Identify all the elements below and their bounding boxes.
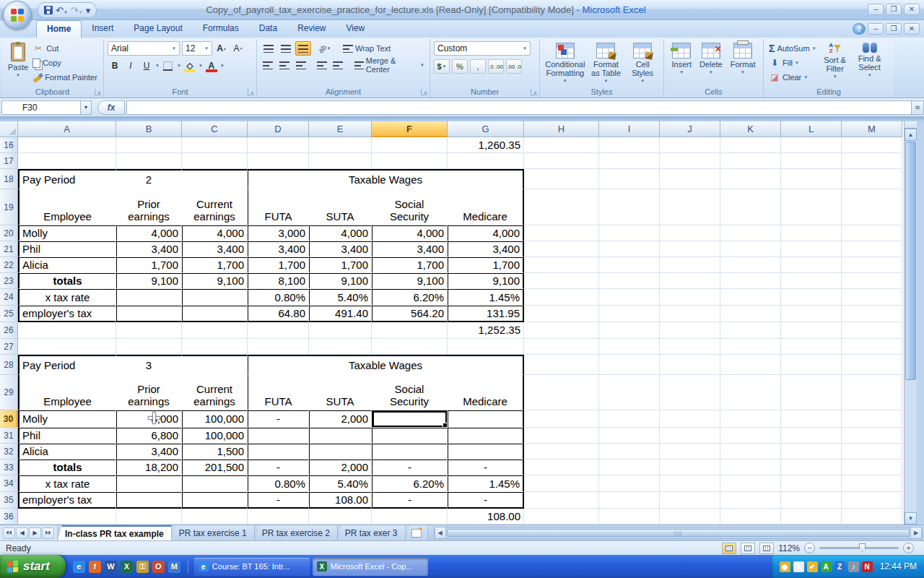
zoom-level-label[interactable]: 112%	[778, 543, 800, 553]
column-header-D[interactable]: D	[248, 121, 309, 137]
cell-M17[interactable]	[842, 153, 902, 169]
cell-F21[interactable]: 3,400	[372, 241, 448, 257]
cell-E23[interactable]: 9,100	[309, 273, 372, 289]
ribbon-restore-button[interactable]: ❐	[886, 23, 902, 35]
cell-M20[interactable]	[842, 225, 902, 241]
cell-J34[interactable]	[660, 475, 720, 492]
cell-K33[interactable]	[720, 460, 781, 475]
cell-F22[interactable]: 1,700	[372, 257, 448, 273]
cell-J20[interactable]	[660, 225, 720, 241]
borders-arrow[interactable]: ▼	[177, 64, 181, 68]
copy-button[interactable]: Copy	[31, 56, 99, 70]
underline-arrow[interactable]: ▼	[155, 64, 160, 68]
row-header-17[interactable]: 17	[0, 153, 18, 169]
scroll-right-button[interactable]: ▶	[910, 527, 922, 538]
cell-F35[interactable]: -	[372, 492, 448, 509]
cell-E21[interactable]: 3,400	[309, 241, 372, 257]
number-format-select[interactable]: Custom▼	[434, 41, 531, 56]
cell-E27[interactable]	[309, 339, 372, 355]
cell-H16[interactable]	[524, 137, 599, 153]
cell-D36[interactable]	[248, 509, 309, 525]
ribbon-close-button[interactable]: ✕	[904, 23, 920, 35]
cell-L18[interactable]	[781, 169, 842, 189]
cell-M31[interactable]	[842, 428, 902, 444]
cell-K25[interactable]	[720, 306, 781, 322]
cell-D27[interactable]	[248, 339, 309, 355]
cell-B33[interactable]: 18,200	[116, 460, 182, 475]
cell-D29[interactable]: FUTA	[248, 375, 309, 410]
cell-L29[interactable]	[781, 375, 842, 410]
cell-E31[interactable]	[309, 428, 372, 444]
middle-align-button[interactable]	[278, 41, 294, 56]
cell-I25[interactable]	[599, 306, 660, 322]
cell-I28[interactable]	[599, 355, 660, 375]
cell-G19[interactable]: Medicare	[448, 189, 524, 225]
cell-F26[interactable]	[372, 322, 448, 339]
cell-G23[interactable]: 9,100	[448, 273, 524, 289]
first-sheet-button[interactable]: ⏴⏴	[3, 527, 15, 539]
cell-C32[interactable]: 1,500	[182, 444, 248, 460]
cell-F36[interactable]	[372, 509, 448, 525]
cell-J36[interactable]	[660, 509, 720, 525]
word-icon[interactable]: W	[105, 561, 117, 573]
row-header-33[interactable]: 33	[0, 460, 18, 475]
excel-icon[interactable]: X	[121, 561, 133, 573]
cell-H19[interactable]	[524, 189, 599, 225]
cell-D24[interactable]: 0.80%	[248, 289, 309, 306]
row-header-26[interactable]: 26	[0, 322, 18, 339]
cell-G33[interactable]: -	[448, 460, 524, 475]
scroll-down-button[interactable]: ▼	[905, 512, 917, 525]
formula-input[interactable]	[126, 100, 911, 115]
help-icon[interactable]: ?	[853, 23, 866, 35]
cell-J27[interactable]	[660, 339, 720, 355]
column-header-L[interactable]: L	[781, 121, 842, 137]
row-header-18[interactable]: 18	[0, 169, 18, 189]
increase-indent-button[interactable]	[331, 58, 346, 72]
cell-I31[interactable]	[599, 428, 660, 444]
cell-H23[interactable]	[524, 273, 599, 289]
cell-E36[interactable]	[309, 509, 372, 525]
cell-B32[interactable]: 3,400	[116, 444, 182, 460]
cell-F34[interactable]: 6.20%	[372, 475, 448, 492]
cell-K22[interactable]	[720, 257, 781, 273]
cell-L22[interactable]	[781, 257, 842, 273]
cell-E29[interactable]: SUTA	[309, 375, 372, 410]
office-button[interactable]	[3, 1, 32, 30]
cell-D17[interactable]	[248, 153, 309, 169]
autosum-button[interactable]: ΣAutoSum▼	[767, 41, 818, 56]
cell-A21[interactable]: Phil	[18, 241, 116, 257]
cell-C23[interactable]: 9,100	[182, 273, 248, 289]
horizontal-scrollbar[interactable]: ◀ |||| ▶	[434, 527, 923, 539]
cell-C30[interactable]: 100,000	[182, 410, 248, 428]
cell-K36[interactable]	[720, 509, 781, 525]
cell-K28[interactable]	[720, 355, 781, 375]
cell-F20[interactable]: 4,000	[372, 225, 448, 241]
cell-C35[interactable]	[182, 492, 248, 509]
cell-B28[interactable]: 3	[116, 355, 182, 375]
cell-D22[interactable]: 1,700	[248, 257, 309, 273]
accounting-format-button[interactable]: $▼	[434, 59, 450, 74]
row-header-21[interactable]: 21	[0, 241, 18, 257]
taskbar-window-browser[interactable]: eCourse: BT 165: Intr...	[194, 558, 310, 576]
page-layout-view-button[interactable]	[741, 543, 755, 554]
cell-J21[interactable]	[660, 241, 720, 257]
cell-G34[interactable]: 1.45%	[448, 475, 524, 492]
alignment-dialog-launcher[interactable]	[421, 89, 427, 95]
last-sheet-button[interactable]: ⏵⏵	[42, 527, 54, 539]
cell-C21[interactable]: 3,400	[182, 241, 248, 257]
cell-K30[interactable]	[720, 410, 781, 428]
cell-A29[interactable]: Employee	[18, 375, 116, 410]
cell-L27[interactable]	[781, 339, 842, 355]
cell-L31[interactable]	[781, 428, 842, 444]
expand-formula-bar-button[interactable]: ≋	[911, 100, 924, 115]
row-header-24[interactable]: 24	[0, 289, 18, 306]
ribbon-tab-review[interactable]: Review	[287, 20, 336, 38]
cell-J28[interactable]	[660, 355, 720, 375]
cell-K17[interactable]	[720, 153, 781, 169]
cell-E32[interactable]	[309, 444, 372, 460]
cell-F24[interactable]: 6.20%	[372, 289, 448, 306]
cell-styles-button[interactable]: Cell Styles▼	[626, 41, 659, 85]
cell-H34[interactable]	[524, 475, 599, 492]
conditional-formatting-button[interactable]: Conditional Formatting▼	[544, 41, 586, 85]
delete-cells-button[interactable]: Delete▼	[697, 41, 725, 76]
